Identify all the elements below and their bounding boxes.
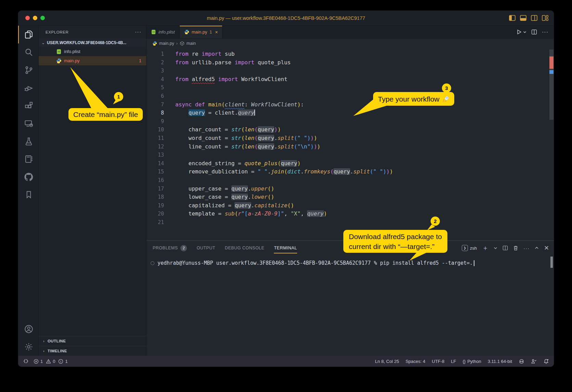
editor-tab-bar: info.plist main.py 1 × [147,26,554,39]
bookmarks-icon[interactable] [18,186,38,204]
terminal-command-line[interactable]: yedhrab@Yunuss-MBP user.workflow.3F8E046… [151,260,474,266]
code-line[interactable] [175,176,554,185]
code-line[interactable]: remove_dublication = " ".join(dict.fromk… [175,168,554,176]
activity-bar [18,26,39,356]
file-info-plist[interactable]: info.plist [39,47,146,56]
line-number: 18 [147,193,164,201]
code-content[interactable]: from re import subfrom urllib.parse impo… [164,48,554,240]
tree-root-folder[interactable]: ⌄ USER.WORKFLOW.3F8E0468-1DC5-4B... [39,39,146,47]
github-icon[interactable] [18,168,38,186]
notebook-icon[interactable] [18,150,38,168]
terminal-view[interactable]: yedhrab@Yunuss-MBP user.workflow.3F8E046… [147,255,554,356]
code-line[interactable]: from alfred5 import WorkflowClient [175,75,554,84]
workbench-body: EXPLORER ··· ⌄ USER.WORKFLOW.3F8E0468-1D… [18,26,554,356]
tab-output[interactable]: OUTPUT [196,241,215,255]
explorer-header: EXPLORER ··· [39,26,146,39]
tab-debug-console[interactable]: DEBUG CONSOLE [225,241,265,255]
line-number-gutter: 123456789101112131415161718192021 [147,48,164,240]
code-line[interactable] [175,83,554,92]
kill-terminal-trash-icon[interactable] [513,245,518,251]
code-line[interactable] [175,92,554,101]
testing-icon[interactable] [18,132,38,150]
breadcrumb-symbol[interactable]: main [187,41,196,46]
code-line[interactable]: query = client.query [175,109,554,117]
panel-tab-label: OUTPUT [196,246,215,250]
shell-label: zsh [470,246,477,251]
tab-terminal[interactable]: TERMINAL [274,241,297,255]
cursor-position[interactable]: Ln 8, Col 25 [375,359,399,364]
language-mode[interactable]: {} Python [463,359,481,364]
timeline-section[interactable]: › TIMELINE [39,346,146,356]
plist-file-icon [151,29,156,35]
indentation[interactable]: Spaces: 4 [406,359,425,364]
editor-actions: ··· [516,26,554,38]
run-and-debug-icon[interactable] [18,79,38,97]
code-line[interactable]: from re import sub [175,50,554,58]
settings-gear-icon[interactable] [18,338,38,356]
code-line[interactable]: capitalized = query.capitalize() [175,201,554,210]
tab-main-py[interactable]: main.py 1 × [180,26,223,38]
customize-layout-icon[interactable] [542,15,548,21]
close-tab-icon[interactable]: × [215,29,218,35]
code-line[interactable]: line_count = str(len(query.split("\n"))) [175,143,554,151]
code-line[interactable]: word_count = str(len(query.split(" "))) [175,134,554,143]
code-line[interactable]: char_count = str(len(query)) [175,126,554,134]
explorer-more-actions-icon[interactable]: ··· [135,29,141,35]
new-terminal-icon[interactable]: ＋ [482,244,488,252]
breadcrumb[interactable]: main.py › main [147,39,554,48]
breadcrumb-file[interactable]: main.py [159,41,174,46]
code-line[interactable]: encoded_string = quote_plus(query) [175,159,554,168]
line-number: 6 [147,92,164,101]
file-main-py[interactable]: main.py 1 [39,56,146,65]
notifications-bell-icon[interactable] [543,358,549,364]
account-icon[interactable] [18,320,38,338]
code-line[interactable] [175,117,554,126]
remote-explorer-icon[interactable] [18,115,38,132]
search-icon[interactable] [18,43,38,61]
code-line[interactable]: async def main(client: WorkflowClient): [175,101,554,109]
line-number: 7 [147,101,164,109]
problems-status[interactable]: 1 0 1 [34,359,68,364]
file-label: info.plist [64,49,80,54]
code-line[interactable]: template = sub(r"[a-zA-Z0-9]", "X", quer… [175,210,554,218]
remote-window-icon[interactable] [23,359,29,364]
run-python-file-button[interactable] [516,29,526,35]
split-editor-icon[interactable] [531,29,537,35]
outline-section[interactable]: › OUTLINE [39,336,146,346]
code-line[interactable]: from urllib.parse import quote_plus [175,58,554,67]
close-panel-icon[interactable]: ✕ [544,244,549,252]
code-line[interactable]: upper_case = query.upper() [175,185,554,193]
code-line[interactable] [175,67,554,75]
feedback-icon[interactable] [531,358,537,364]
explorer-icon[interactable] [18,26,38,43]
root-folder-label: USER.WORKFLOW.3F8E0468-1DC5-4B... [47,40,126,45]
chevron-down-icon[interactable] [494,246,497,250]
code-line[interactable]: lower_case = query.lower() [175,193,554,201]
editor-scrollbar[interactable] [549,48,554,240]
python-interpreter[interactable]: 3.11.1 64-bit [488,359,512,364]
encoding[interactable]: UTF-8 [432,359,445,364]
maximize-panel-chevron-up-icon[interactable] [535,246,539,250]
code-line[interactable] [175,151,554,159]
source-control-icon[interactable] [18,61,38,79]
extensions-icon[interactable] [18,97,38,115]
terminal-scrollbar-thumb[interactable] [550,257,553,268]
code-line[interactable] [175,218,554,227]
code-editor[interactable]: 123456789101112131415161718192021 from r… [147,48,554,240]
run-icon [516,29,522,35]
terminal-cursor [474,260,474,266]
toggle-secondary-sidebar-icon[interactable] [531,15,537,21]
more-actions-icon[interactable]: ··· [542,29,548,35]
tab-info-plist[interactable]: info.plist [147,26,180,38]
terminal-profile[interactable]: ❯ zsh [462,245,477,251]
error-count: 1 [40,359,43,364]
toggle-panel-icon[interactable] [520,15,526,21]
line-number: 17 [147,185,164,193]
split-terminal-icon[interactable] [503,245,508,251]
copilot-icon[interactable] [519,358,524,364]
screenshot-root: main.py — user.workflow.3F8E0468-1DC5-4B… [0,0,572,392]
tab-problems[interactable]: PROBLEMS 2 [153,241,187,255]
toggle-sidebar-icon[interactable] [509,15,516,21]
eol-sequence[interactable]: LF [451,359,456,364]
more-actions-icon[interactable]: ··· [523,245,530,251]
